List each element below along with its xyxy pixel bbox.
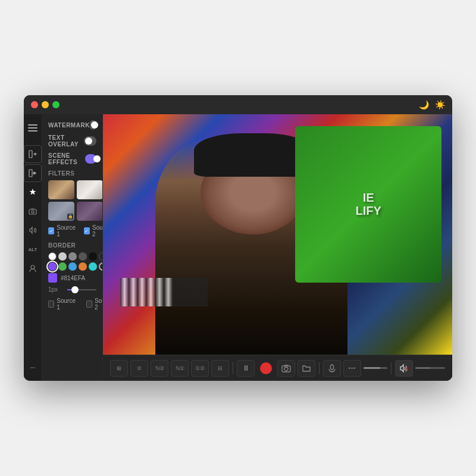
filters-section-title: FILTERS [48, 170, 96, 177]
sun-icon[interactable]: ☀️ [435, 100, 445, 109]
title-bar: 🌙 ☀️ [24, 95, 452, 114]
left-nav: ALT ••• [24, 114, 42, 381]
nav-user[interactable] [24, 259, 42, 277]
close-button[interactable] [31, 101, 38, 108]
source1-check[interactable]: Source 1 [48, 224, 77, 237]
color-hollow[interactable] [99, 262, 103, 271]
rec-indicator [260, 362, 272, 374]
source1-label: Source 1 [57, 224, 76, 237]
hamburger-menu[interactable] [24, 119, 42, 137]
source-checks: Source 1 Source 2 [48, 224, 96, 237]
video-area: IELIFY [103, 114, 452, 355]
watermark-toggle[interactable] [90, 120, 96, 130]
moon-icon[interactable]: 🌙 [419, 100, 429, 109]
filter-5[interactable]: 🔒 [48, 202, 74, 221]
bottom-source1-checkbox[interactable] [48, 300, 54, 308]
bottom-source2: Source 2 [86, 298, 103, 311]
main-layout: ALT ••• WATERMARK TEXT OVERLAY SCENE EFF… [24, 114, 452, 381]
filter-1[interactable] [48, 180, 74, 199]
svg-rect-7 [331, 365, 334, 369]
nav-import[interactable] [24, 145, 42, 163]
nav-camera[interactable] [24, 202, 42, 220]
mic-button[interactable] [323, 360, 341, 377]
filter-2[interactable] [77, 180, 103, 199]
svg-rect-0 [29, 151, 32, 158]
mute-button[interactable] [395, 360, 413, 377]
nav-effects[interactable] [24, 183, 42, 201]
traffic-lights [31, 101, 60, 108]
scene-effects-label: SCENE EFFECTS [48, 152, 85, 165]
text-overlay-row: TEXT OVERLAY [48, 134, 96, 148]
app-window: 🌙 ☀️ [24, 95, 452, 381]
scene-effects-toggle[interactable] [85, 154, 96, 164]
filter-6[interactable] [77, 202, 103, 221]
scene-effects-row: SCENE EFFECTS [48, 152, 96, 165]
bottom-checks: Source 1 Source 2 [48, 298, 96, 311]
nav-alt[interactable]: ALT [24, 240, 42, 258]
color-cyan[interactable] [89, 262, 97, 271]
record-button[interactable] [257, 360, 275, 377]
svg-rect-2 [29, 209, 36, 214]
more-options[interactable]: ••• [343, 360, 361, 377]
snapshot-button[interactable] [277, 360, 295, 377]
bottom-source2-checkbox[interactable] [86, 300, 92, 308]
hex-input-row [48, 273, 96, 283]
color-black[interactable] [89, 252, 97, 261]
layout-btn-5[interactable]: ①② [191, 360, 209, 377]
svg-point-6 [284, 367, 288, 371]
source2-checkbox[interactable] [84, 227, 90, 234]
sep-2 [319, 362, 320, 374]
sep-3 [391, 362, 392, 374]
content-area: IELIFY ⊞ ② ℕ② ℕ① ①② ⊟ ⏸ [103, 114, 452, 381]
text-overlay-toggle[interactable] [84, 136, 96, 146]
watermark-row: WATERMARK [48, 120, 96, 130]
border-slider[interactable] [67, 289, 96, 290]
border-slider-row: 1px [48, 286, 96, 293]
color-empty[interactable] [99, 252, 103, 261]
bottom-source1-label: Source 1 [57, 298, 76, 311]
color-darkgray[interactable] [79, 252, 87, 261]
source2-label: Source 2 [92, 224, 103, 237]
nav-export[interactable] [24, 164, 42, 182]
bottom-source1: Source 1 [48, 298, 77, 311]
filters-grid: 🔒 🔒 [48, 180, 96, 221]
output-volume-control [415, 367, 445, 369]
layout-btn-1[interactable]: ⊞ [110, 360, 128, 377]
source2-check[interactable]: Source 2 [84, 224, 103, 237]
folder-button[interactable] [298, 360, 315, 377]
maximize-button[interactable] [52, 101, 60, 108]
color-gray[interactable] [68, 252, 77, 261]
color-blue[interactable] [68, 262, 77, 271]
layout-btn-4[interactable]: ℕ① [171, 360, 189, 377]
layout-btn-3[interactable]: ℕ② [151, 360, 168, 377]
minimize-button[interactable] [42, 101, 49, 108]
watermark-label: WATERMARK [48, 122, 90, 129]
color-white[interactable] [48, 252, 57, 261]
svg-rect-1 [29, 170, 32, 177]
nav-more[interactable]: ••• [24, 358, 42, 376]
hex-swatch[interactable] [48, 273, 57, 283]
output-volume-slider[interactable] [415, 367, 445, 369]
text-overlay-label: TEXT OVERLAY [48, 134, 84, 148]
color-orange[interactable] [79, 262, 87, 271]
source1-checkbox[interactable] [48, 227, 54, 234]
hex-input[interactable] [61, 275, 96, 281]
color-green[interactable] [58, 262, 67, 271]
volume-control [364, 367, 387, 369]
border-section-title: BORDER [48, 242, 96, 249]
bottom-source2-label: Source 2 [95, 298, 103, 311]
color-lightgray[interactable] [58, 252, 67, 261]
toolbar: ⊞ ② ℕ② ℕ① ①② ⊟ ⏸ [103, 355, 452, 381]
svg-point-3 [32, 211, 34, 213]
layout-btn-2[interactable]: ② [130, 360, 148, 377]
slider-label: 1px [48, 286, 62, 293]
layout-btn-6[interactable]: ⊟ [211, 360, 229, 377]
volume-slider[interactable] [364, 367, 387, 369]
color-grid [48, 252, 96, 271]
video-canvas: IELIFY [103, 114, 452, 355]
nav-audio[interactable] [24, 221, 42, 239]
pause-button[interactable]: ⏸ [237, 360, 255, 377]
volume-fill [364, 367, 380, 369]
svg-point-4 [31, 265, 35, 269]
color-purple[interactable] [48, 262, 57, 271]
